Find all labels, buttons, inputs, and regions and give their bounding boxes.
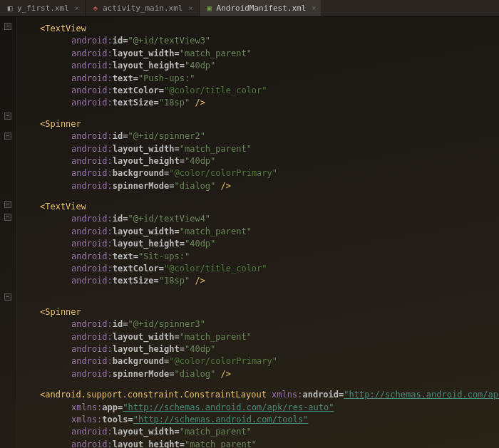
xml-file-icon: ◧ (6, 4, 14, 13)
tab-bar: ◧ y_first.xml × ⬘ activity_main.xml × ▣ … (0, 0, 499, 17)
tab-label: y_first.xml (17, 4, 69, 13)
tab-first-xml[interactable]: ◧ y_first.xml × (0, 0, 86, 16)
code-line: android:layout_width="match_parent" (20, 331, 493, 343)
manifest-file-icon: ▣ (205, 4, 214, 13)
close-icon[interactable]: × (75, 4, 79, 12)
code-line: android:layout_height="40dp" (20, 343, 493, 355)
tab-activity-main[interactable]: ⬘ activity_main.xml × (86, 0, 200, 16)
gutter: − − − − − − (0, 17, 17, 448)
close-icon[interactable]: × (188, 4, 192, 12)
layout-file-icon: ⬘ (91, 4, 100, 13)
code-block-textview: <TextView android:id="@+id/textView3" an… (20, 23, 493, 110)
code-line: <android.support.constraint.ConstraintLa… (20, 389, 493, 401)
fold-marker-icon[interactable]: − (4, 293, 11, 301)
code-line: android:spinnerMode="dialog" /> (20, 368, 493, 380)
code-line: <TextView (20, 201, 493, 213)
close-icon[interactable]: × (312, 4, 316, 12)
code-block-spinner: <Spinner android:id="@+id/spinner2" andr… (20, 118, 493, 192)
code-line: android:id="@+id/spinner3" (20, 318, 493, 330)
code-line: android:id="@+id/textView3" (20, 35, 493, 47)
fold-marker-icon[interactable]: − (4, 23, 11, 30)
code-line: android:layout_width="match_parent" (20, 143, 493, 155)
tab-android-manifest[interactable]: ▣ AndroidManifest.xml × (200, 0, 323, 16)
code-line: android:layout_width="match_parent" (20, 226, 493, 238)
code-line: android:layout_height="40dp" (20, 60, 493, 72)
code-line: android:textSize="18sp" /> (20, 97, 493, 109)
code-line: android:background="@color/colorPrimary" (20, 167, 493, 179)
tab-label: AndroidManifest.xml (217, 4, 307, 13)
code-line: <Spinner (20, 306, 493, 318)
code-line: android:textSize="18sp" /> (20, 275, 493, 287)
code-line: android:layout_height="match_parent" (20, 439, 493, 448)
code-line: android:textColor="@color/title_color" (20, 85, 493, 97)
fold-marker-icon[interactable]: − (4, 201, 11, 208)
fold-marker-icon[interactable]: − (4, 214, 11, 221)
code-block-constraintlayout: <android.support.constraint.ConstraintLa… (20, 389, 493, 448)
code-line: android:text="Sit-ups:" (20, 251, 493, 263)
code-line: android:layout_height="40dp" (20, 238, 493, 250)
code-line: android:id="@+id/textView4" (20, 213, 493, 225)
code-line: <TextView (20, 23, 493, 35)
code-line: android:layout_width="match_parent" (20, 48, 493, 60)
code-line: <Spinner (20, 118, 493, 130)
tab-label: activity_main.xml (103, 4, 183, 13)
code-line: android:text="Push-ups:" (20, 73, 493, 85)
code-line: android:id="@+id/spinner2" (20, 130, 493, 142)
code-line: android:spinnerMode="dialog" /> (20, 180, 493, 192)
code-line: xmlns:app="http://schemas.android.com/ap… (20, 402, 493, 414)
code-line: android:layout_width="match_parent" (20, 426, 493, 438)
code-block-spinner: <Spinner android:id="@+id/spinner3" andr… (20, 306, 493, 380)
code-block-textview: <TextView android:id="@+id/textView4" an… (20, 201, 493, 288)
fold-marker-icon[interactable]: − (4, 132, 11, 140)
fold-marker-icon[interactable]: − (4, 113, 11, 120)
code-line: xmlns:tools="http://schemas.android.com/… (20, 414, 493, 426)
code-line: android:textColor="@color/title_color" (20, 263, 493, 275)
code-editor[interactable]: − − − − − − <TextView android:id="@+id/t… (0, 17, 499, 448)
code-line: android:background="@color/colorPrimary" (20, 355, 493, 368)
code-line: android:layout_height="40dp" (20, 155, 493, 167)
